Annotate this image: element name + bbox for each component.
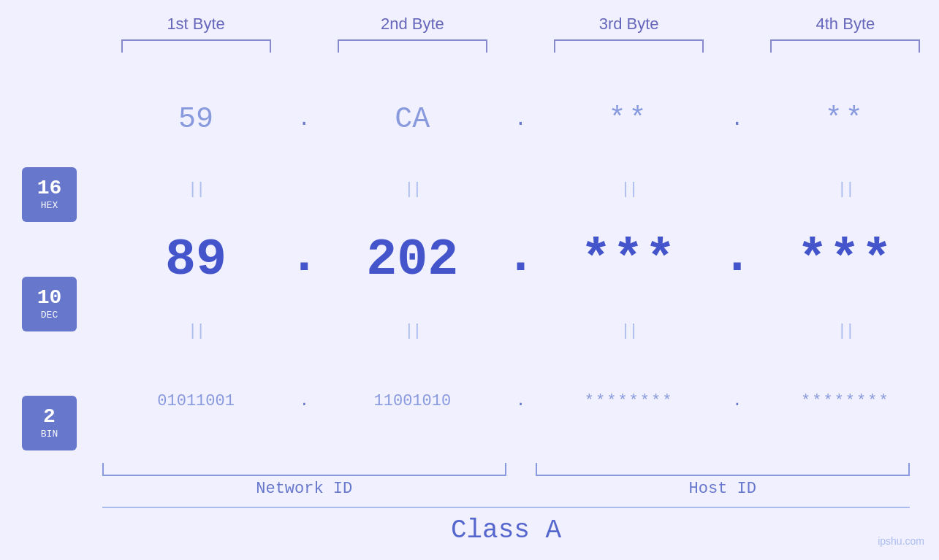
top-brackets: [0, 39, 939, 53]
dec-b1-value: 89: [165, 231, 227, 289]
bin-badge-label: BIN: [41, 429, 58, 440]
hex-badge-number: 16: [37, 178, 62, 199]
hex-b3-value: **: [609, 103, 650, 136]
bin-sep1: .: [289, 392, 319, 410]
bin-b1-cell: 01011001: [102, 392, 289, 410]
bracket-byte2: [338, 39, 487, 53]
bottom-bracket-area: Network ID Host ID: [102, 463, 910, 498]
bin-b4-cell: ********: [752, 392, 939, 410]
dec-b3-cell: ***: [536, 231, 723, 289]
hex-b2-cell: CA: [319, 103, 506, 136]
bin-b2-cell: 11001010: [319, 392, 506, 410]
dec-b2-value: 202: [366, 231, 458, 289]
class-divider: [102, 507, 910, 508]
page-container: 1st Byte 2nd Byte 3rd Byte 4th Byte 16 H…: [0, 0, 939, 560]
dec-b1-cell: 89: [102, 231, 289, 289]
equals-sym-2: ||: [404, 180, 420, 199]
equals-sym-6: ||: [404, 322, 420, 340]
equals-row-2: || || || ||: [102, 318, 939, 344]
byte1-header: 1st Byte: [102, 15, 289, 34]
bin-b1-value: 01011001: [157, 392, 235, 410]
class-section: Class A: [102, 507, 910, 545]
hex-b2-value: CA: [395, 103, 430, 136]
bin-badge-number: 2: [43, 407, 56, 427]
bin-b3-cell: ********: [536, 392, 723, 410]
hex-badge: 16 HEX: [22, 167, 77, 222]
equals-sym-4: ||: [837, 180, 854, 199]
hex-sep1: .: [289, 108, 319, 131]
bin-row: 01011001 . 11001010 . ******** . *******…: [102, 344, 939, 459]
hex-b3-cell: **: [536, 103, 723, 136]
dec-sep2: .: [506, 228, 536, 293]
equals-sym-5: ||: [188, 322, 204, 340]
dec-badge-label: DEC: [41, 310, 58, 321]
bin-b3-value: ********: [585, 392, 674, 410]
hex-sep2: .: [506, 108, 536, 131]
dec-row: 89 . 202 . *** . ***: [102, 202, 939, 318]
bracket-gap: [506, 463, 536, 476]
network-id-bracket-right: [311, 463, 506, 476]
bracket-byte1: [121, 39, 271, 53]
equals-row-1: || || || ||: [102, 177, 939, 202]
byte3-header: 3rd Byte: [536, 15, 723, 34]
equals-sym-1: ||: [188, 180, 204, 199]
host-id-label: Host ID: [536, 480, 911, 498]
class-label: Class A: [102, 515, 910, 545]
hex-b1-value: 59: [178, 103, 213, 136]
bin-b2-value: 11001010: [374, 392, 452, 410]
hex-b4-cell: **: [752, 103, 939, 136]
host-id-bracket: [536, 463, 911, 476]
bin-sep3: .: [723, 392, 752, 410]
bin-badge: 2 BIN: [22, 396, 77, 450]
byte-headers: 1st Byte 2nd Byte 3rd Byte 4th Byte: [0, 15, 939, 34]
network-id-bracket-mid: [297, 463, 311, 476]
hex-b4-value: **: [825, 103, 866, 136]
dec-b4-value: ***: [797, 231, 894, 289]
byte2-header: 2nd Byte: [319, 15, 506, 34]
hex-badge-label: HEX: [41, 200, 58, 211]
hex-row: 59 . CA . ** . **: [102, 61, 939, 177]
watermark: ipshu.com: [878, 535, 924, 547]
dec-badge: 10 DEC: [22, 277, 77, 331]
bin-b4-value: ********: [801, 392, 890, 410]
dec-b4-cell: ***: [752, 231, 939, 289]
dec-b3-value: ***: [581, 231, 677, 289]
hex-b1-cell: 59: [102, 103, 289, 136]
dec-badge-number: 10: [37, 288, 62, 308]
network-id-bracket-left: [102, 463, 297, 476]
hex-sep3: .: [723, 108, 752, 131]
bracket-byte4: [770, 39, 920, 53]
equals-sym-7: ||: [620, 322, 636, 340]
bracket-byte3: [554, 39, 704, 53]
byte4-header: 4th Byte: [752, 15, 939, 34]
equals-sym-3: ||: [620, 180, 636, 199]
equals-sym-8: ||: [837, 322, 854, 340]
dec-b2-cell: 202: [319, 231, 506, 289]
dec-sep1: .: [289, 228, 319, 293]
network-id-label: Network ID: [102, 480, 506, 498]
bin-sep2: .: [506, 392, 536, 410]
dec-sep3: .: [723, 228, 752, 293]
